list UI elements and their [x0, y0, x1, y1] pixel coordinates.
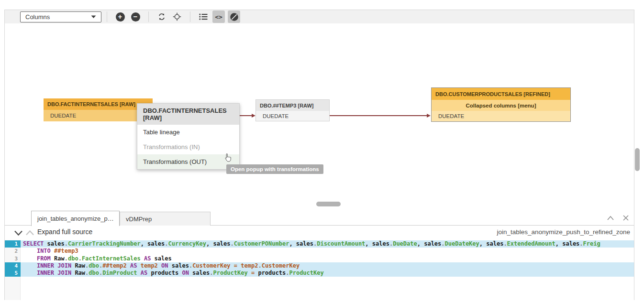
expand-full-source-label[interactable]: Expand full source — [37, 228, 92, 236]
table-node-temp3[interactable]: DBO.##TEMP3 [RAW] DUEDATE — [255, 99, 330, 121]
context-menu-title: DBO.FACTINTERNETSALES [RAW] — [137, 104, 239, 125]
sql-code-lines: 1SELECT sales.CarrierTrackingNumber, sal… — [5, 240, 634, 277]
refresh-icon — [157, 12, 166, 21]
line-number: 2 — [5, 248, 21, 255]
panel-actions — [606, 214, 630, 222]
line-content: INNER JOIN Raw.dbo.DimProduct AS product… — [21, 270, 634, 277]
lineage-edge — [330, 115, 427, 116]
toolbar-separator — [107, 11, 107, 22]
table-node-title[interactable]: DBO.FACTINTERNETSALES [RAW] — [44, 98, 153, 110]
line-number: 1 — [5, 240, 21, 248]
lineage-viewer-frame: Columns + − — [4, 10, 634, 300]
source-tab-join-tables-anonymize-p[interactable]: join_tables_anonymize_p… — [31, 211, 120, 226]
code-line-2[interactable]: 2 INTO ##temp3 — [5, 248, 634, 255]
toolbar-separator — [190, 11, 190, 22]
columns-select-value: Columns — [25, 13, 50, 21]
table-node-customerproductsales[interactable]: DBO.CUSTOMERPRODUCTSALES [REFINED] Colla… — [431, 87, 571, 122]
column-row-duedate[interactable]: DUEDATE — [44, 110, 153, 121]
line-number: 4 — [5, 262, 21, 270]
line-content: SELECT sales.CarrierTrackingNumber, sale… — [21, 240, 634, 248]
vertical-scrollbar-thumb[interactable] — [635, 148, 640, 171]
tab-label: vDMPrep — [126, 216, 152, 223]
list-view-button[interactable] — [197, 11, 210, 23]
crosshair-icon — [173, 12, 181, 21]
sql-source-view[interactable]: 1SELECT sales.CarrierTrackingNumber, sal… — [5, 240, 634, 300]
menu-item-table-lineage[interactable]: Table lineage — [137, 125, 239, 140]
panel-close-button close-icon[interactable] — [622, 214, 630, 222]
toolbar-separator — [148, 11, 149, 22]
code-line-4[interactable]: 4 INNER JOIN Raw.dbo.##temp2 AS temp2 ON… — [5, 262, 634, 270]
arrowhead-icon — [427, 114, 431, 118]
line-content: INNER JOIN Raw.dbo.##temp2 AS temp2 ON s… — [21, 262, 634, 270]
zoom-in-button[interactable]: + — [114, 11, 126, 23]
menu-item-transformations-in: Transformations (IN) — [137, 140, 239, 154]
table-node-factinternetsales[interactable]: DBO.FACTINTERNETSALES [RAW] DUEDATE — [44, 98, 153, 121]
line-number: 3 — [5, 255, 21, 262]
line-content: FROM Raw.dbo.FactInternetSales AS sales — [21, 255, 634, 262]
tab-label: join_tables_anonymize_p… — [37, 215, 114, 222]
code-icon: <> — [215, 13, 222, 21]
source-controls: Expand full source join_tables_anonymize… — [5, 226, 634, 240]
source-panel: join_tables_anonymize_p…vDMPrep — [5, 209, 634, 300]
plus-circle-icon: + — [116, 12, 125, 22]
source-tab-bar: join_tables_anonymize_p…vDMPrep — [5, 209, 634, 226]
center-view-button[interactable] — [171, 11, 183, 23]
lineage-app: Columns + − — [0, 0, 644, 302]
table-node-title[interactable]: DBO.CUSTOMERPRODUCTSALES [REFINED] — [432, 88, 570, 100]
columns-select[interactable]: Columns — [20, 11, 101, 22]
panel-collapse-button chevron-up-icon[interactable] — [606, 214, 615, 222]
code-line-1[interactable]: 1SELECT sales.CarrierTrackingNumber, sal… — [5, 240, 634, 248]
collapsed-columns-menu[interactable]: Collapsed columns [menu] — [432, 100, 570, 111]
line-content: INTO ##temp3 — [21, 248, 634, 255]
table-node-title[interactable]: DBO.##TEMP3 [RAW] — [256, 100, 329, 111]
line-number: 5 — [5, 270, 21, 277]
code-line-3[interactable]: 3 FROM Raw.dbo.FactInternetSales AS sale… — [5, 255, 634, 262]
column-row-duedate[interactable]: DUEDATE — [432, 111, 570, 121]
lineage-edge — [240, 115, 252, 116]
horizontal-scrollbar-thumb[interactable] — [316, 202, 341, 206]
contrast-icon — [230, 12, 239, 22]
expand-down-button chevron-down-icon[interactable] — [14, 230, 23, 236]
arrowhead-icon — [252, 114, 255, 118]
code-line-5[interactable]: 5 INNER JOIN Raw.dbo.DimProduct AS produ… — [5, 270, 634, 277]
zoom-out-button[interactable]: − — [129, 11, 142, 23]
expand-up-button chevron-up-icon[interactable] — [25, 230, 34, 236]
list-icon — [199, 13, 208, 20]
chevron-down-icon — [91, 15, 96, 19]
source-tab-vdmprep[interactable]: vDMPrep — [120, 212, 211, 226]
refresh-layout-button[interactable] — [155, 11, 168, 23]
diagram-canvas[interactable]: DBO.FACTINTERNETSALES [RAW] DUEDATE DBO.… — [5, 23, 634, 209]
source-file-name: join_tables_anonymize_push_to_refined_zo… — [497, 228, 630, 236]
hand-pointer-cursor-icon — [224, 153, 232, 164]
code-view-button[interactable]: <> — [212, 11, 225, 23]
column-row-duedate[interactable]: DUEDATE — [256, 111, 329, 121]
contrast-toggle-button[interactable] — [228, 11, 240, 23]
tooltip: Open popup with transformations — [226, 164, 323, 174]
diagram-toolbar: Columns + − — [5, 10, 634, 23]
minus-circle-icon: − — [131, 12, 140, 22]
